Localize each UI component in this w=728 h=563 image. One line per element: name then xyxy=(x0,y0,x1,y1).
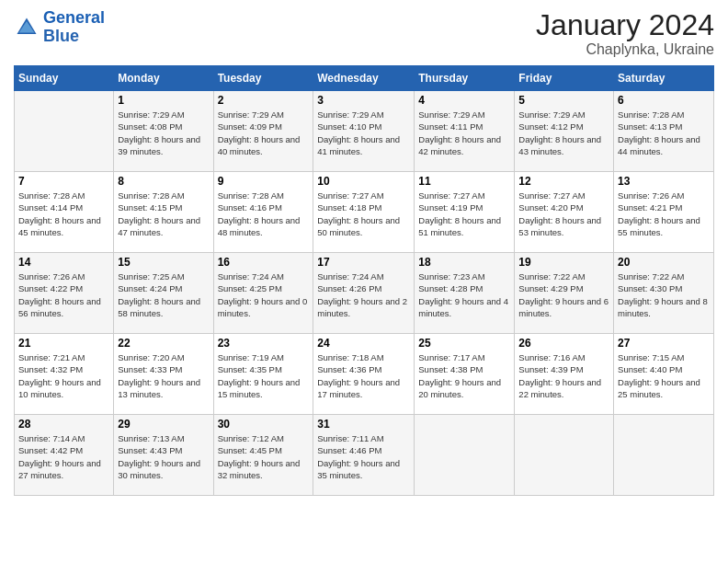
sunset-text: Sunset: 4:46 PM xyxy=(317,445,381,455)
day-cell: 6 Sunrise: 7:28 AM Sunset: 4:13 PM Dayli… xyxy=(614,91,714,172)
sunset-text: Sunset: 4:14 PM xyxy=(18,202,83,213)
day-number: 29 xyxy=(118,418,209,431)
sunset-text: Sunset: 4:18 PM xyxy=(317,202,381,213)
sunset-text: Sunset: 4:10 PM xyxy=(317,121,381,132)
daylight-text: Daylight: 9 hours and 25 minutes. xyxy=(618,377,700,399)
week-row-5: 28 Sunrise: 7:14 AM Sunset: 4:42 PM Dayl… xyxy=(15,415,714,496)
sunrise-text: Sunrise: 7:29 AM xyxy=(518,109,585,120)
col-tuesday: Tuesday xyxy=(213,66,313,91)
sunset-text: Sunset: 4:15 PM xyxy=(118,202,182,213)
calendar-page: General Blue January 2024 Chaplynka, Ukr… xyxy=(0,0,728,563)
daylight-text: Daylight: 9 hours and 20 minutes. xyxy=(418,377,501,399)
sunrise-text: Sunrise: 7:29 AM xyxy=(418,109,484,120)
daylight-text: Daylight: 9 hours and 32 minutes. xyxy=(218,458,301,480)
day-info: Sunrise: 7:15 AM Sunset: 4:40 PM Dayligh… xyxy=(618,351,710,400)
location-subtitle: Chaplynka, Ukraine xyxy=(536,41,714,58)
day-info: Sunrise: 7:23 AM Sunset: 4:28 PM Dayligh… xyxy=(418,270,510,319)
daylight-text: Daylight: 8 hours and 55 minutes. xyxy=(618,215,700,237)
logo-text: General Blue xyxy=(43,9,105,46)
day-info: Sunrise: 7:17 AM Sunset: 4:38 PM Dayligh… xyxy=(418,351,510,400)
daylight-text: Daylight: 9 hours and 4 minutes. xyxy=(418,296,508,318)
day-number: 20 xyxy=(618,256,710,269)
day-number: 11 xyxy=(418,175,510,188)
sunrise-text: Sunrise: 7:21 AM xyxy=(18,352,85,362)
daylight-text: Daylight: 8 hours and 39 minutes. xyxy=(118,134,200,156)
day-cell: 26 Sunrise: 7:16 AM Sunset: 4:39 PM Dayl… xyxy=(515,334,614,415)
day-number: 13 xyxy=(618,175,710,188)
col-friday: Friday xyxy=(515,66,614,91)
daylight-text: Daylight: 9 hours and 10 minutes. xyxy=(18,377,101,399)
day-number: 30 xyxy=(218,418,310,431)
day-cell: 10 Sunrise: 7:27 AM Sunset: 4:18 PM Dayl… xyxy=(313,172,415,253)
sunrise-text: Sunrise: 7:28 AM xyxy=(218,190,284,201)
day-number: 1 xyxy=(118,94,209,107)
calendar-table: Sunday Monday Tuesday Wednesday Thursday… xyxy=(14,65,714,496)
sunset-text: Sunset: 4:09 PM xyxy=(218,121,282,132)
week-row-4: 21 Sunrise: 7:21 AM Sunset: 4:32 PM Dayl… xyxy=(15,334,714,415)
day-info: Sunrise: 7:26 AM Sunset: 4:21 PM Dayligh… xyxy=(618,190,710,238)
sunset-text: Sunset: 4:42 PM xyxy=(18,445,83,455)
day-info: Sunrise: 7:16 AM Sunset: 4:39 PM Dayligh… xyxy=(518,351,609,400)
day-cell: 4 Sunrise: 7:29 AM Sunset: 4:11 PM Dayli… xyxy=(415,91,515,172)
logo-line1: General xyxy=(43,8,105,27)
sunset-text: Sunset: 4:22 PM xyxy=(18,283,83,293)
day-info: Sunrise: 7:28 AM Sunset: 4:13 PM Dayligh… xyxy=(618,109,710,157)
day-info: Sunrise: 7:29 AM Sunset: 4:08 PM Dayligh… xyxy=(118,109,209,157)
day-info: Sunrise: 7:28 AM Sunset: 4:16 PM Dayligh… xyxy=(218,190,310,238)
day-number: 9 xyxy=(218,175,310,188)
day-info: Sunrise: 7:29 AM Sunset: 4:11 PM Dayligh… xyxy=(418,109,510,157)
day-info: Sunrise: 7:24 AM Sunset: 4:25 PM Dayligh… xyxy=(218,270,310,319)
day-info: Sunrise: 7:27 AM Sunset: 4:20 PM Dayligh… xyxy=(518,190,609,238)
sunrise-text: Sunrise: 7:11 AM xyxy=(317,433,383,443)
sunset-text: Sunset: 4:33 PM xyxy=(118,364,182,374)
day-info: Sunrise: 7:13 AM Sunset: 4:43 PM Dayligh… xyxy=(118,432,209,481)
day-number: 31 xyxy=(317,418,410,431)
day-info: Sunrise: 7:12 AM Sunset: 4:45 PM Dayligh… xyxy=(218,432,310,481)
day-number: 23 xyxy=(218,337,310,350)
day-number: 4 xyxy=(418,94,510,107)
day-info: Sunrise: 7:22 AM Sunset: 4:29 PM Dayligh… xyxy=(518,270,609,319)
calendar-body: 1 Sunrise: 7:29 AM Sunset: 4:08 PM Dayli… xyxy=(15,91,714,496)
logo-icon xyxy=(14,15,40,40)
sunrise-text: Sunrise: 7:17 AM xyxy=(418,352,484,362)
day-number: 7 xyxy=(18,175,109,188)
col-wednesday: Wednesday xyxy=(313,66,415,91)
col-sunday: Sunday xyxy=(15,66,114,91)
sunset-text: Sunset: 4:21 PM xyxy=(618,202,682,213)
sunset-text: Sunset: 4:25 PM xyxy=(218,283,282,293)
day-cell: 2 Sunrise: 7:29 AM Sunset: 4:09 PM Dayli… xyxy=(213,91,313,172)
sunset-text: Sunset: 4:24 PM xyxy=(118,283,182,293)
day-cell: 21 Sunrise: 7:21 AM Sunset: 4:32 PM Dayl… xyxy=(15,334,114,415)
sunrise-text: Sunrise: 7:23 AM xyxy=(418,271,484,282)
day-cell: 7 Sunrise: 7:28 AM Sunset: 4:14 PM Dayli… xyxy=(15,172,114,253)
day-cell: 19 Sunrise: 7:22 AM Sunset: 4:29 PM Dayl… xyxy=(515,253,614,334)
day-cell: 5 Sunrise: 7:29 AM Sunset: 4:12 PM Dayli… xyxy=(515,91,614,172)
day-info: Sunrise: 7:26 AM Sunset: 4:22 PM Dayligh… xyxy=(18,270,109,319)
day-info: Sunrise: 7:11 AM Sunset: 4:46 PM Dayligh… xyxy=(317,432,410,481)
logo: General Blue xyxy=(14,9,105,46)
sunset-text: Sunset: 4:40 PM xyxy=(618,364,682,374)
day-cell: 25 Sunrise: 7:17 AM Sunset: 4:38 PM Dayl… xyxy=(415,334,515,415)
header: General Blue January 2024 Chaplynka, Ukr… xyxy=(14,9,714,58)
day-info: Sunrise: 7:29 AM Sunset: 4:12 PM Dayligh… xyxy=(518,109,609,157)
col-thursday: Thursday xyxy=(415,66,515,91)
day-cell: 13 Sunrise: 7:26 AM Sunset: 4:21 PM Dayl… xyxy=(614,172,714,253)
logo-line2: Blue xyxy=(43,27,79,45)
day-cell: 30 Sunrise: 7:12 AM Sunset: 4:45 PM Dayl… xyxy=(213,415,313,496)
day-cell xyxy=(15,91,114,172)
day-cell: 3 Sunrise: 7:29 AM Sunset: 4:10 PM Dayli… xyxy=(313,91,415,172)
week-row-3: 14 Sunrise: 7:26 AM Sunset: 4:22 PM Dayl… xyxy=(15,253,714,334)
sunset-text: Sunset: 4:36 PM xyxy=(317,364,381,374)
day-cell xyxy=(614,415,714,496)
sunrise-text: Sunrise: 7:15 AM xyxy=(618,352,684,362)
sunrise-text: Sunrise: 7:29 AM xyxy=(218,109,284,120)
sunrise-text: Sunrise: 7:18 AM xyxy=(317,352,383,362)
day-number: 10 xyxy=(317,175,410,188)
day-cell xyxy=(515,415,614,496)
day-number: 17 xyxy=(317,256,410,269)
daylight-text: Daylight: 8 hours and 56 minutes. xyxy=(18,296,101,318)
daylight-text: Daylight: 9 hours and 30 minutes. xyxy=(118,458,200,480)
daylight-text: Daylight: 8 hours and 45 minutes. xyxy=(18,215,101,237)
day-info: Sunrise: 7:20 AM Sunset: 4:33 PM Dayligh… xyxy=(118,351,209,400)
day-number: 24 xyxy=(317,337,410,350)
